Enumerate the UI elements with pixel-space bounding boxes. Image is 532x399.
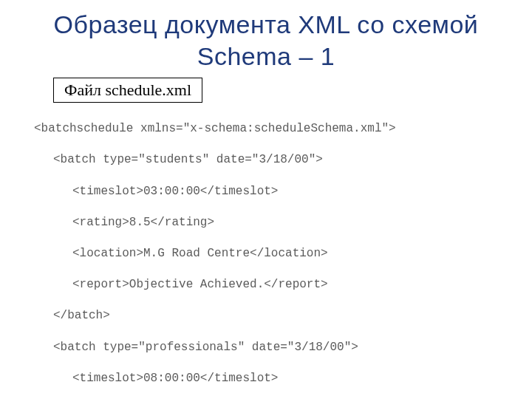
code-line: <batch type="professionals" date="3/18/0… (34, 340, 532, 355)
code-line: <timeslot>03:00:00</timeslot> (34, 184, 532, 200)
code-line: <batch type="students" date="3/18/00"> (34, 152, 532, 168)
code-line: <rating>8.5</rating> (34, 215, 532, 231)
code-line: <batchschedule xmlns="x-schema:scheduleS… (34, 121, 532, 137)
slide-title: Образец документа XML со схемой Schema –… (0, 0, 532, 72)
code-line: <report>Objective Achieved.</report> (34, 277, 532, 293)
file-label-box: Файл schedule.xml (53, 78, 202, 103)
code-line: <location>M.G Road Centre</location> (34, 246, 532, 262)
file-label-text: Файл schedule.xml (64, 81, 191, 99)
code-line: <timeslot>08:00:00</timeslot> (34, 371, 532, 386)
code-line: </batch> (34, 308, 532, 324)
xml-code-block: <batchschedule xmlns="x-schema:scheduleS… (34, 106, 532, 399)
